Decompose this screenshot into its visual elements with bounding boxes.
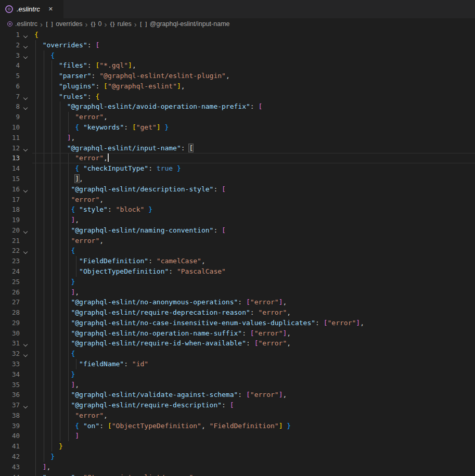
fold-chevron-icon[interactable] <box>23 54 28 58</box>
code-line[interactable]: 25 } <box>0 277 475 287</box>
code-line[interactable]: 17 "error", <box>0 195 475 205</box>
line-number: 33 <box>0 359 20 369</box>
line-number: 7 <box>0 92 20 102</box>
code-line[interactable]: 6 "plugins": ["@graphql-eslint"], <box>0 81 475 92</box>
tab-eslintrc[interactable]: .eslintrc ✕ <box>0 0 63 18</box>
code-line[interactable]: 23 "FieldDefinition": "camelCase", <box>0 256 475 266</box>
code-line[interactable]: 19 ], <box>0 215 475 225</box>
code-line[interactable]: 34 } <box>0 369 475 380</box>
code-line[interactable]: 41 } <box>0 441 475 452</box>
breadcrumb-item[interactable]: .eslintrc <box>7 20 37 28</box>
fold-chevron-icon[interactable] <box>23 404 28 408</box>
code-line[interactable]: 18 { "style": "block" } <box>0 204 475 215</box>
code-line[interactable]: 31 "@graphql-eslint/require-id-when-avai… <box>0 338 475 349</box>
fold-gutter[interactable] <box>20 143 34 153</box>
line-number: 23 <box>0 256 20 266</box>
fold-chevron-icon[interactable] <box>23 95 28 99</box>
fold-chevron-icon[interactable] <box>23 147 28 151</box>
code-line[interactable]: 15 ], <box>0 174 475 184</box>
fold-chevron-icon[interactable] <box>23 342 28 346</box>
code-line[interactable]: 32 { <box>0 349 475 359</box>
code-line[interactable]: 39 { "on": ["ObjectTypeDefinition", "Fie… <box>0 421 475 431</box>
code-line[interactable]: 11 ], <box>0 133 475 143</box>
code-line[interactable]: 16 "@graphql-eslint/description-style": … <box>0 184 475 195</box>
breadcrumb-item[interactable]: [ ]overrides <box>45 20 82 28</box>
code-text: "error", <box>34 236 104 246</box>
breadcrumb-label: @graphql-eslint/input-name <box>150 20 230 28</box>
fold-gutter[interactable] <box>20 184 34 195</box>
code-line[interactable]: 12 "@graphql-eslint/input-name": [ <box>0 143 475 153</box>
code-line[interactable]: 28 "@graphql-eslint/require-deprecation-… <box>0 307 475 318</box>
fold-gutter[interactable] <box>20 349 34 359</box>
fold-gutter[interactable] <box>20 400 34 410</box>
code-text: "error", <box>34 195 104 205</box>
code-line[interactable]: 42 } <box>0 452 475 462</box>
code-line[interactable]: 5 "parser": "@graphql-eslint/eslint-plug… <box>0 71 475 81</box>
fold-gutter[interactable] <box>20 92 34 102</box>
code-text: { "keywords": ["get"] } <box>34 122 169 133</box>
code-line[interactable]: 20 "@graphql-eslint/naming-convention": … <box>0 225 475 236</box>
code-line[interactable]: 40 ] <box>0 431 475 441</box>
breadcrumb-item[interactable]: [ ]@graphql-eslint/input-name <box>139 20 230 28</box>
code-text: "parser": "@typescript-eslint/parser", <box>34 472 197 476</box>
code-line[interactable]: 29 "@graphql-eslint/no-case-insensitive-… <box>0 318 475 328</box>
symbol-array-icon: [ ] <box>139 21 147 27</box>
fold-gutter[interactable] <box>20 225 34 236</box>
code-line[interactable]: 2 "overrides": [ <box>0 40 475 50</box>
fold-chevron-icon[interactable] <box>23 250 28 254</box>
code-line[interactable]: 44 "parser": "@typescript-eslint/parser"… <box>0 472 475 476</box>
fold-gutter <box>20 163 34 174</box>
fold-gutter[interactable] <box>20 30 34 40</box>
code-line[interactable]: 35 ], <box>0 380 475 390</box>
code-line[interactable]: 38 "error", <box>0 410 475 421</box>
fold-gutter <box>20 328 34 339</box>
breadcrumb-item[interactable]: {}rules <box>110 20 132 28</box>
fold-gutter <box>20 380 34 390</box>
close-icon[interactable]: ✕ <box>47 5 55 14</box>
code-line[interactable]: 37 "@graphql-eslint/require-description"… <box>0 400 475 410</box>
fold-chevron-icon[interactable] <box>23 188 28 192</box>
code-text: ], <box>34 215 79 225</box>
code-line[interactable]: 8 "@graphql-eslint/avoid-operation-name-… <box>0 101 475 112</box>
eslint-icon <box>5 5 13 13</box>
code-line[interactable]: 33 "fieldName": "id" <box>0 359 475 369</box>
fold-chevron-icon[interactable] <box>23 106 28 110</box>
code-text: "files": ["*.gql"], <box>34 60 136 71</box>
code-line[interactable]: 36 "@graphql-eslint/validate-against-sch… <box>0 390 475 400</box>
code-line[interactable]: 21 "error", <box>0 236 475 246</box>
code-line[interactable]: 26 ], <box>0 287 475 298</box>
code-line[interactable]: 14 { "checkInputType": true } <box>0 163 475 174</box>
code-line[interactable]: 1{ <box>0 30 475 40</box>
code-editor[interactable]: 1{2 "overrides": [3 {4 "files": ["*.gql"… <box>0 30 475 476</box>
code-line[interactable]: 43 ], <box>0 462 475 472</box>
fold-chevron-icon[interactable] <box>23 353 28 357</box>
code-line[interactable]: 9 "error", <box>0 112 475 122</box>
fold-gutter[interactable] <box>20 338 34 349</box>
code-line[interactable]: 30 "@graphql-eslint/no-operation-name-su… <box>0 328 475 339</box>
line-number: 40 <box>0 431 20 441</box>
code-line[interactable]: 4 "files": ["*.gql"], <box>0 60 475 71</box>
code-line[interactable]: 13 "error", <box>0 153 475 163</box>
breadcrumb-label: .eslintrc <box>15 20 37 28</box>
line-number: 35 <box>0 380 20 390</box>
fold-gutter[interactable] <box>20 40 34 50</box>
fold-gutter[interactable] <box>20 246 34 256</box>
code-line[interactable]: 10 { "keywords": ["get"] } <box>0 122 475 133</box>
line-number: 22 <box>0 246 20 256</box>
fold-gutter[interactable] <box>20 50 34 61</box>
code-line[interactable]: 27 "@graphql-eslint/no-anonymous-operati… <box>0 297 475 307</box>
code-line[interactable]: 24 "ObjectTypeDefinition": "PascalCase" <box>0 266 475 277</box>
breadcrumb-item[interactable]: {}0 <box>91 20 102 28</box>
line-number: 13 <box>0 153 20 163</box>
code-line[interactable]: 7 "rules": { <box>0 92 475 102</box>
code-line[interactable]: 3 { <box>0 50 475 61</box>
code-text: } <box>34 441 63 452</box>
code-text: "@graphql-eslint/avoid-operation-name-pr… <box>34 101 262 112</box>
fold-gutter[interactable] <box>20 101 34 112</box>
text-cursor <box>108 153 109 162</box>
fold-chevron-icon[interactable] <box>23 44 28 48</box>
fold-chevron-icon[interactable] <box>23 34 28 38</box>
symbol-object-icon: {} <box>110 21 115 27</box>
fold-chevron-icon[interactable] <box>23 229 28 234</box>
code-line[interactable]: 22 { <box>0 246 475 256</box>
